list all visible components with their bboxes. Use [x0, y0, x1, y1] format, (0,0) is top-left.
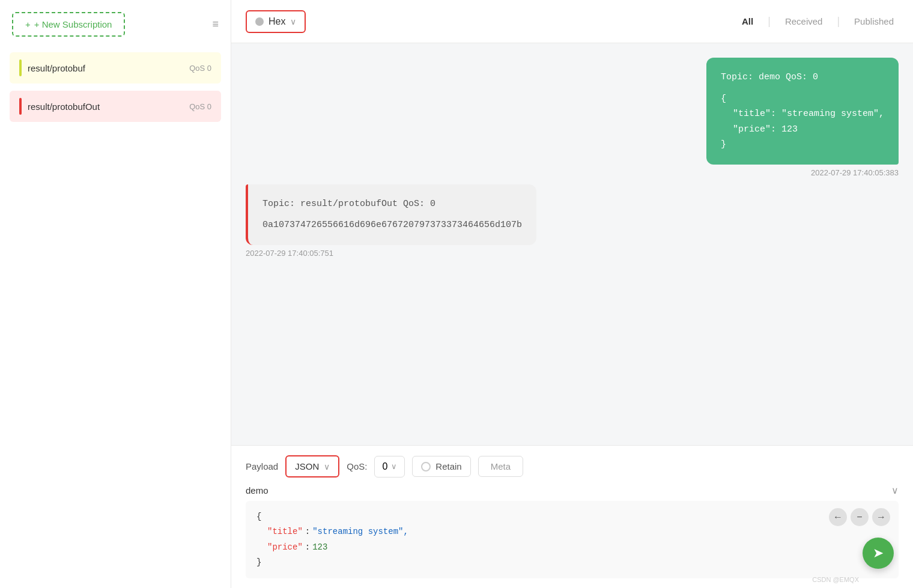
- received-bubble: Topic: result/protobufOut QoS: 0 0a10737…: [246, 184, 536, 245]
- received-message: Topic: result/protobufOut QoS: 0 0a10737…: [246, 184, 899, 258]
- format-selector[interactable]: Hex ∨: [246, 10, 306, 33]
- compose-area: Payload JSON ∨ QoS: 0 ∨ Retain Meta ∨ {: [231, 445, 913, 588]
- code-key-price: "price": [267, 540, 303, 555]
- code-key-title: "title": [267, 524, 303, 539]
- code-brace-open-line: {: [256, 509, 888, 524]
- qos-label: QoS:: [347, 461, 367, 471]
- published-body-line1: {: [721, 91, 884, 107]
- qos-selector[interactable]: 0 ∨: [374, 456, 405, 477]
- subscription-qos: QoS 0: [189, 64, 211, 73]
- retain-radio-icon: [421, 462, 431, 471]
- topic-input[interactable]: [246, 485, 891, 496]
- code-forward-button[interactable]: →: [872, 508, 890, 526]
- published-body-line3: "price": 123: [721, 122, 884, 138]
- code-brace-close-line: }: [256, 555, 888, 570]
- subscription-color-indicator: [19, 59, 22, 76]
- topbar-left: Hex ∨: [246, 10, 306, 33]
- payload-label: Payload: [246, 461, 278, 471]
- subscription-name: result/protobuf: [28, 63, 85, 73]
- published-body-line4: }: [721, 137, 884, 153]
- topbar-right: All | Received | Published: [737, 14, 899, 29]
- published-body-line2: "title": "streaming system",: [721, 106, 884, 122]
- code-action-buttons: ← − →: [829, 508, 890, 526]
- retain-label: Retain: [435, 461, 461, 471]
- published-timestamp: 2022-07-29 17:40:05:383: [811, 168, 899, 177]
- meta-button[interactable]: Meta: [478, 456, 523, 477]
- retain-toggle[interactable]: Retain: [412, 456, 470, 477]
- published-bubble: Topic: demo QoS: 0 { "title": "streaming…: [706, 58, 899, 165]
- filter-published-button[interactable]: Published: [849, 14, 899, 29]
- code-line-2: "price" : 123: [256, 540, 888, 555]
- plus-icon: +: [25, 19, 31, 29]
- code-colon-1: :: [305, 524, 310, 539]
- qos-value: 0: [382, 461, 387, 472]
- main-panel: Hex ∨ All | Received | Published Topic: …: [231, 0, 913, 588]
- received-hex-data: 0a107374726556616d696e676720797373373464…: [262, 217, 522, 233]
- code-close-brace: }: [256, 555, 261, 570]
- new-subscription-label: + New Subscription: [34, 19, 112, 29]
- subscription-item-left: result/protobuf: [19, 59, 85, 76]
- code-open-brace: {: [256, 509, 261, 524]
- subscription-item-left: result/protobufOut: [19, 98, 100, 115]
- code-back-button[interactable]: ←: [829, 508, 847, 526]
- payload-chevron-icon: ∨: [324, 462, 330, 471]
- payload-format-label: JSON: [295, 461, 319, 471]
- format-chevron-icon: ∨: [290, 17, 296, 26]
- payload-format-selector[interactable]: JSON ∨: [285, 455, 339, 477]
- topic-chevron-icon[interactable]: ∨: [891, 485, 899, 496]
- filter-all-button[interactable]: All: [737, 14, 758, 29]
- new-subscription-button[interactable]: + + New Subscription: [12, 12, 125, 37]
- code-value-price: 123: [312, 540, 327, 555]
- received-topic-line: Topic: result/protobufOut QoS: 0: [262, 196, 522, 212]
- published-topic-line: Topic: demo QoS: 0: [721, 70, 884, 85]
- watermark: CSDN @EMQX: [812, 576, 859, 583]
- subscription-name: result/protobufOut: [28, 102, 100, 112]
- code-line-1: "title" : "streaming system",: [256, 524, 888, 539]
- compose-controls-row: Payload JSON ∨ QoS: 0 ∨ Retain Meta: [246, 455, 899, 477]
- code-colon-2: :: [305, 540, 310, 555]
- subscription-item[interactable]: result/protobufOut QoS 0: [10, 91, 221, 122]
- code-value-title: "streaming system",: [312, 524, 408, 539]
- send-icon: ➤: [873, 545, 884, 561]
- subscription-color-indicator: [19, 98, 22, 115]
- filter-received-button[interactable]: Received: [780, 14, 828, 29]
- received-timestamp: 2022-07-29 17:40:05:751: [246, 249, 333, 258]
- collapse-sidebar-icon[interactable]: ≡: [212, 18, 219, 31]
- sidebar: + + New Subscription ≡ result/protobuf Q…: [0, 0, 231, 588]
- messages-area: Topic: demo QoS: 0 { "title": "streaming…: [231, 43, 913, 445]
- topbar: Hex ∨ All | Received | Published: [231, 0, 913, 43]
- format-label: Hex: [268, 16, 285, 27]
- topic-row: ∨: [246, 485, 899, 496]
- sidebar-header: + + New Subscription ≡: [0, 12, 231, 49]
- qos-chevron-icon: ∨: [391, 462, 397, 471]
- code-editor[interactable]: { "title" : "streaming system", "price" …: [246, 501, 899, 578]
- published-message: Topic: demo QoS: 0 { "title": "streaming…: [246, 58, 899, 177]
- subscription-qos: QoS 0: [189, 102, 211, 111]
- format-dot: [255, 17, 264, 26]
- send-button[interactable]: ➤: [863, 538, 894, 569]
- code-minus-button[interactable]: −: [851, 508, 869, 526]
- subscription-item[interactable]: result/protobuf QoS 0: [10, 52, 221, 83]
